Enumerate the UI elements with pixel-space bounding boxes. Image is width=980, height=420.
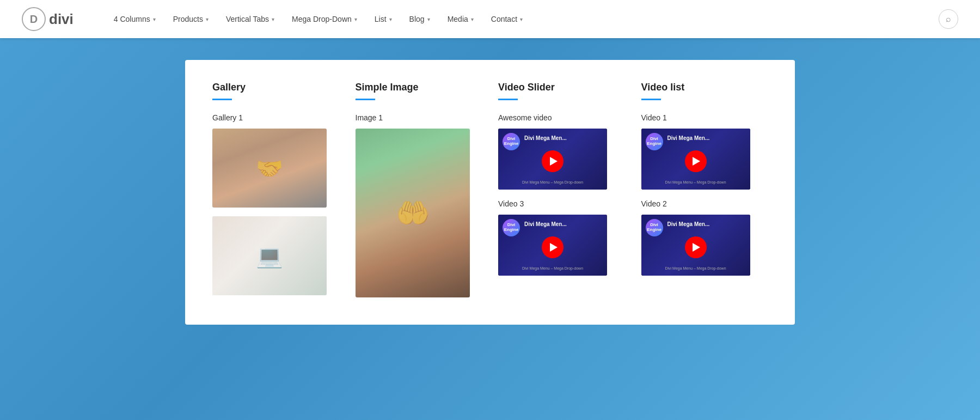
logo[interactable]: D divi <box>22 7 74 31</box>
play-icon-vl-1 <box>693 157 700 166</box>
chevron-down-icon: ▾ <box>389 16 392 22</box>
logo-icon: D <box>22 7 46 31</box>
video-thumb-inner-3: DiviEngine Divi Mega Men... Divi Mega Me… <box>498 215 607 276</box>
gallery-image-1[interactable] <box>212 129 327 208</box>
chevron-down-icon: ▾ <box>520 16 523 22</box>
video-1-label: Video 1 <box>641 113 768 122</box>
video-3-label: Video 3 <box>498 199 625 208</box>
nav-item-contact[interactable]: Contact ▾ <box>483 10 530 28</box>
main-content: Gallery Gallery 1 Simple Image Image 1 V… <box>0 38 980 346</box>
video-item-awesome: Awesome video DiviEngine Divi Mega Men..… <box>498 113 625 190</box>
play-button-3[interactable] <box>542 236 564 258</box>
divi-engine-logo: DiviEngine <box>503 133 520 150</box>
nav-item-products[interactable]: Products ▾ <box>166 10 216 28</box>
divi-engine-logo-2: DiviEngine <box>646 219 663 236</box>
video-3-thumb[interactable]: DiviEngine Divi Mega Men... Divi Mega Me… <box>498 215 607 276</box>
nav-item-vertical-tabs[interactable]: Vertical Tabs ▾ <box>218 10 282 28</box>
nav-item-4columns[interactable]: 4 Columns ▾ <box>106 10 163 28</box>
video-title-vl-2: Divi Mega Men... <box>667 221 710 227</box>
simple-image-underline <box>356 99 375 100</box>
video-slider-column: Video Slider Awesome video DiviEngine Di… <box>498 82 625 297</box>
video-item-3: Video 3 DiviEngine Divi Mega Men... Divi… <box>498 199 625 276</box>
video-slider-underline <box>498 99 518 100</box>
video-title-3: Divi Mega Men... <box>524 221 567 227</box>
gallery-images <box>212 129 339 295</box>
video-item-2: Video 2 DiviEngine Divi Mega Men... Divi… <box>641 199 768 276</box>
chevron-down-icon: ▾ <box>153 16 156 22</box>
chevron-down-icon: ▾ <box>206 16 209 22</box>
chevron-down-icon: ▾ <box>427 16 430 22</box>
nav-menu: 4 Columns ▾ Products ▾ Vertical Tabs ▾ M… <box>106 10 939 28</box>
nav-item-media[interactable]: Media ▾ <box>440 10 481 28</box>
awesome-video-label: Awesome video <box>498 113 625 122</box>
hands-image <box>212 129 327 208</box>
divi-engine-logo-1: DiviEngine <box>646 133 663 150</box>
gallery-underline <box>212 99 232 100</box>
video-item-1: Video 1 DiviEngine Divi Mega Men... Divi… <box>641 113 768 190</box>
video-sub-1: Divi Mega Menu – Mega Drop-down <box>503 180 603 184</box>
dropdown-panel: Gallery Gallery 1 Simple Image Image 1 V… <box>185 60 795 325</box>
gallery-column: Gallery Gallery 1 <box>212 82 339 297</box>
nav-item-blog[interactable]: Blog ▾ <box>402 10 438 28</box>
video-sub-vl-2: Divi Mega Menu – Mega Drop-down <box>646 266 746 270</box>
awesome-video-thumb[interactable]: DiviEngine Divi Mega Men... Divi Mega Me… <box>498 129 607 190</box>
video-list-underline <box>641 99 661 100</box>
nav-item-mega-dropdown[interactable]: Mega Drop-Down ▾ <box>284 10 365 28</box>
chevron-down-icon: ▾ <box>354 16 357 22</box>
chevron-down-icon: ▾ <box>272 16 274 22</box>
gallery-title: Gallery <box>212 82 339 93</box>
video-title-vl-1: Divi Mega Men... <box>667 135 710 141</box>
play-icon <box>550 157 558 166</box>
simple-image-column: Simple Image Image 1 <box>356 82 482 297</box>
simple-image[interactable] <box>356 129 470 297</box>
nav-item-list[interactable]: List ▾ <box>367 10 400 28</box>
video-list-title: Video list <box>641 82 768 93</box>
divi-engine-logo-3: DiviEngine <box>503 219 520 236</box>
video-sub-vl-1: Divi Mega Menu – Mega Drop-down <box>646 180 746 184</box>
video-thumb-inner-2: DiviEngine Divi Mega Men... Divi Mega Me… <box>641 215 750 276</box>
video-sub-3: Divi Mega Menu – Mega Drop-down <box>503 266 603 270</box>
laptop-image <box>212 216 327 295</box>
gallery-image-2[interactable] <box>212 216 327 295</box>
play-button-1[interactable] <box>542 150 564 172</box>
play-icon-3 <box>550 243 558 252</box>
gallery-item-label: Gallery 1 <box>212 113 339 122</box>
video-list-column: Video list Video 1 DiviEngine Divi Mega … <box>641 82 768 297</box>
search-button[interactable]: ⌕ <box>939 9 958 29</box>
video-slider-title: Video Slider <box>498 82 625 93</box>
play-button-vl-1[interactable] <box>685 150 707 172</box>
video-2-label: Video 2 <box>641 199 768 208</box>
navbar: D divi 4 Columns ▾ Products ▾ Vertical T… <box>0 0 980 38</box>
logo-text: divi <box>49 11 74 28</box>
video-thumb-inner-1: DiviEngine Divi Mega Men... Divi Mega Me… <box>641 129 750 190</box>
video-title-1: Divi Mega Men... <box>524 135 567 141</box>
simple-image-item-label: Image 1 <box>356 113 482 122</box>
simple-image-title: Simple Image <box>356 82 482 93</box>
chevron-down-icon: ▾ <box>471 16 474 22</box>
play-button-vl-2[interactable] <box>685 236 707 258</box>
video-1-thumb[interactable]: DiviEngine Divi Mega Men... Divi Mega Me… <box>641 129 750 190</box>
search-icon: ⌕ <box>946 14 951 24</box>
video-thumb-inner: DiviEngine Divi Mega Men... Divi Mega Me… <box>498 129 607 190</box>
play-icon-vl-2 <box>693 243 700 252</box>
video-2-thumb[interactable]: DiviEngine Divi Mega Men... Divi Mega Me… <box>641 215 750 276</box>
